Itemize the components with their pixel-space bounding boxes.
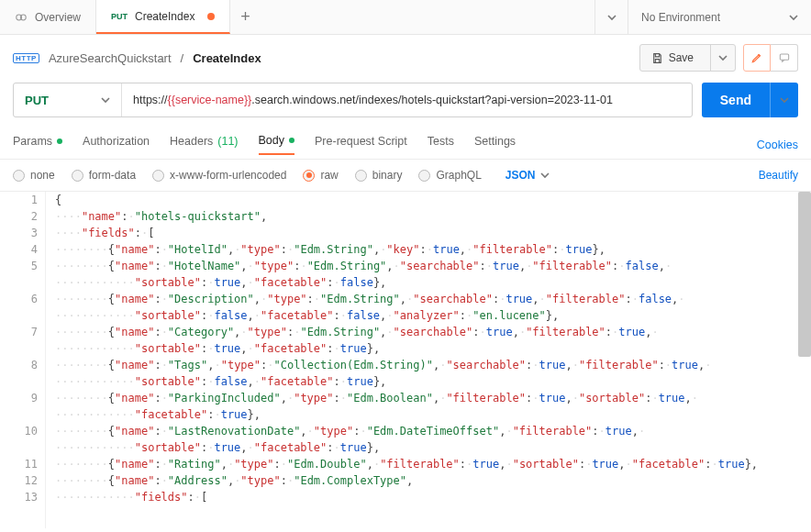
pencil-icon <box>750 51 763 64</box>
subtab-prerequest[interactable]: Pre-request Script <box>315 135 407 154</box>
tab-strip: Overview PUT CreateIndex + No Environmen… <box>0 0 811 35</box>
tab-overview-label: Overview <box>35 11 81 24</box>
environment-label: No Environment <box>641 11 720 24</box>
breadcrumb-request: CreateIndex <box>193 51 261 65</box>
line-gutter: 12345.6.7.8.9.10.111213 <box>0 192 46 528</box>
body-type-raw[interactable]: raw <box>303 169 338 182</box>
send-button[interactable]: Send <box>702 83 770 117</box>
tab-method-pill: PUT <box>111 12 128 21</box>
subtab-headers[interactable]: Headers (11) <box>170 135 238 154</box>
body-type-binary[interactable]: binary <box>355 169 403 182</box>
edit-button[interactable] <box>743 44 771 72</box>
save-icon <box>651 52 663 64</box>
breadcrumb: HTTP AzureSearchQuickstart / CreateIndex <box>13 51 261 65</box>
chevron-down-icon <box>101 95 110 105</box>
body-type-graphql[interactable]: GraphQL <box>418 169 481 182</box>
tabs-dropdown[interactable] <box>594 0 628 34</box>
body-type-formdata[interactable]: form-data <box>72 169 136 182</box>
subtab-tests[interactable]: Tests <box>428 135 454 154</box>
environment-selector[interactable]: No Environment <box>628 0 811 34</box>
body-type-none[interactable]: none <box>13 169 55 182</box>
code-editor[interactable]: 12345.6.7.8.9.10.111213 {····"name":·"ho… <box>0 191 811 528</box>
cookies-link[interactable]: Cookies <box>757 139 798 151</box>
save-dropdown[interactable] <box>710 45 735 71</box>
breadcrumb-collection[interactable]: AzureSearchQuickstart <box>49 51 172 65</box>
code-content[interactable]: {····"name":·"hotels-quickstart",····"fi… <box>46 192 811 528</box>
subtab-authorization[interactable]: Authorization <box>83 135 150 154</box>
method-value: PUT <box>25 94 49 107</box>
beautify-link[interactable]: Beautify <box>759 169 798 182</box>
overview-icon <box>15 11 28 24</box>
comments-button[interactable] <box>771 44 798 72</box>
chevron-down-icon <box>789 13 798 22</box>
chevron-down-icon <box>540 171 550 180</box>
tab-createindex[interactable]: PUT CreateIndex <box>96 0 230 34</box>
http-badge: HTTP <box>13 53 39 63</box>
body-lang-select[interactable]: JSON <box>505 169 550 182</box>
subtab-settings[interactable]: Settings <box>474 135 516 154</box>
params-dot <box>57 139 62 144</box>
url-input[interactable]: https://{{service-name}}.search.windows.… <box>122 83 692 116</box>
body-type-xwww[interactable]: x-www-form-urlencoded <box>152 169 286 182</box>
dirty-indicator <box>207 13 215 20</box>
tab-overview[interactable]: Overview <box>0 0 96 34</box>
method-select[interactable]: PUT <box>14 83 122 116</box>
body-type-row: none form-data x-www-form-urlencoded raw… <box>0 160 811 191</box>
comment-icon <box>778 51 791 64</box>
subtab-body[interactable]: Body <box>259 134 295 155</box>
new-tab-button[interactable]: + <box>230 0 260 34</box>
save-button[interactable]: Save <box>639 44 736 72</box>
send-dropdown[interactable] <box>770 83 798 117</box>
scrollbar[interactable] <box>798 192 811 357</box>
request-subtabs: Params Authorization Headers (11) Body P… <box>0 127 811 160</box>
svg-rect-2 <box>780 54 788 60</box>
breadcrumb-sep: / <box>181 51 184 65</box>
body-dot <box>289 138 294 143</box>
subtab-params[interactable]: Params <box>13 135 62 154</box>
tab-createindex-label: CreateIndex <box>135 10 194 23</box>
